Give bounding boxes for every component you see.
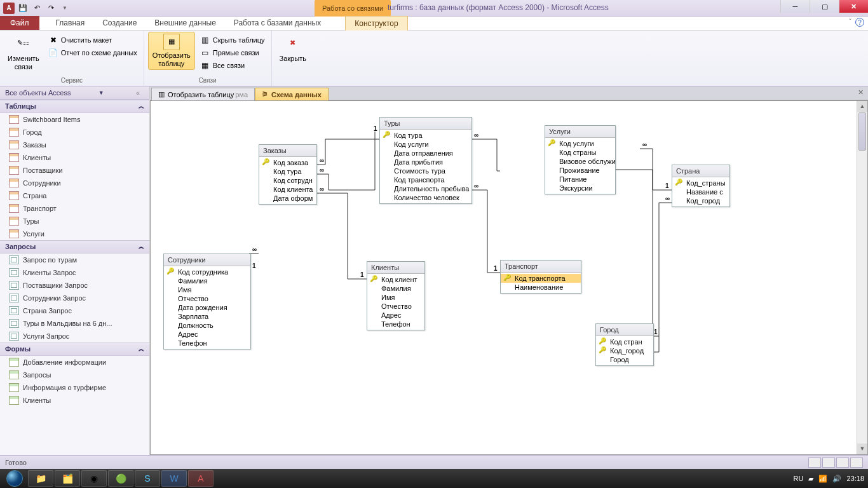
help-icon[interactable]: ? xyxy=(855,18,864,27)
taskbar-skype[interactable]: S xyxy=(135,470,160,487)
nav-item[interactable]: Клиенты xyxy=(0,394,149,407)
save-icon[interactable]: 💾 xyxy=(17,2,29,15)
table-title[interactable]: Транспорт xyxy=(501,261,581,273)
table-country[interactable]: СтранаКод_страныНазвание сКод_город xyxy=(672,165,730,207)
edit-relationships-button[interactable]: ✎⚏ Изменить связи xyxy=(4,32,43,72)
table-field[interactable]: Код тура xyxy=(259,167,316,176)
table-clients[interactable]: КлиентыКод клиентФамилияИмяОтчествоАдрес… xyxy=(367,261,425,330)
tray-lang[interactable]: RU xyxy=(794,475,804,482)
scroll-thumb[interactable] xyxy=(858,112,866,151)
table-field[interactable]: Код_страны xyxy=(672,179,729,187)
table-field[interactable]: Код сотрудника xyxy=(164,268,250,276)
nav-item[interactable]: Switchboard Items xyxy=(0,113,149,126)
table-field[interactable]: Код сотрудн xyxy=(259,176,316,185)
relationship-report-button[interactable]: 📄Отчет по схеме данных xyxy=(46,47,140,58)
tray-clock[interactable]: 23:18 xyxy=(846,475,864,482)
table-orders[interactable]: ЗаказыКод заказаКод тураКод сотруднКод к… xyxy=(259,144,317,205)
nav-item[interactable]: Клиенты Запрос xyxy=(0,266,149,279)
table-field[interactable]: Зарплата xyxy=(164,312,250,321)
table-field[interactable]: Имя xyxy=(367,293,424,302)
table-field[interactable]: Название с xyxy=(672,187,729,196)
view-btn-1[interactable] xyxy=(808,458,821,468)
start-button[interactable] xyxy=(3,469,27,488)
redo-icon[interactable]: ↷ xyxy=(44,2,57,15)
doc-tab-show-table[interactable]: ▥Отобразить таблицурма xyxy=(151,88,255,100)
taskbar-chrome[interactable]: 🟢 xyxy=(108,470,133,487)
taskbar-folder[interactable]: 🗂️ xyxy=(55,470,80,487)
close-design-button[interactable]: ✖ Закрыть xyxy=(276,32,310,64)
doc-tab-schema[interactable]: ⚞Схема данных xyxy=(255,88,329,100)
direct-relationships-button[interactable]: ▭Прямые связи xyxy=(198,47,268,58)
nav-header[interactable]: Все объекты Access ▼ « xyxy=(0,86,149,100)
nav-item[interactable]: Услуги xyxy=(0,227,149,240)
nav-item[interactable]: Сотрудники Запрос xyxy=(0,292,149,304)
table-field[interactable]: Код услуги xyxy=(545,139,615,148)
hide-table-button[interactable]: ▥Скрыть таблицу xyxy=(198,34,268,46)
view-btn-3[interactable] xyxy=(836,458,849,468)
table-field[interactable]: Код тура xyxy=(380,131,471,140)
clear-layout-button[interactable]: ✖Очистить макет xyxy=(46,34,140,46)
relationship-canvas[interactable]: 1 ∞ ∞ 1 ∞ ∞ 1 ∞ ∞ 1 1 ∞ 1 1 ∞ ∞ ТурыКод … xyxy=(150,100,868,455)
file-tab[interactable]: Файл xyxy=(0,16,39,30)
tray-volume-icon[interactable]: 🔊 xyxy=(832,475,841,483)
tab-design[interactable]: Конструктор xyxy=(345,16,407,30)
table-field[interactable]: Адрес xyxy=(164,330,250,339)
table-field[interactable]: Город xyxy=(596,355,653,364)
table-field[interactable]: Дата оформ xyxy=(259,194,316,203)
minimize-button[interactable]: ─ xyxy=(780,0,810,13)
table-field[interactable]: Код транспорта xyxy=(501,274,581,283)
table-field[interactable]: Код стран xyxy=(596,337,653,346)
nav-item[interactable]: Заказы xyxy=(0,139,149,151)
table-title[interactable]: Заказы xyxy=(259,145,316,157)
table-field[interactable]: Длительность пребыва xyxy=(380,184,471,193)
nav-item[interactable]: Клиенты xyxy=(0,151,149,164)
table-field[interactable]: Должность xyxy=(164,321,250,330)
tray-network-icon[interactable]: 📶 xyxy=(818,475,827,483)
table-field[interactable]: Код_город xyxy=(596,346,653,355)
nav-item[interactable]: Поставщики Запрос xyxy=(0,279,149,292)
table-title[interactable]: Страна xyxy=(672,165,729,177)
table-title[interactable]: Город xyxy=(596,324,653,336)
table-field[interactable]: Телефон xyxy=(164,339,250,348)
nav-item[interactable]: Добавление информации xyxy=(0,356,149,369)
table-field[interactable]: Наименование xyxy=(501,283,581,292)
table-city[interactable]: ГородКод странКод_городГород xyxy=(595,323,654,366)
qat-dropdown-icon[interactable]: ▼ xyxy=(58,2,71,15)
table-field[interactable]: Стоимость тура xyxy=(380,166,471,175)
table-field[interactable]: Проживание xyxy=(545,166,615,175)
table-field[interactable]: Телефон xyxy=(367,320,424,329)
nav-group-tables[interactable]: Таблицы︽ xyxy=(0,100,149,113)
table-field[interactable]: Дата рождения xyxy=(164,303,250,312)
table-field[interactable]: Код_город xyxy=(672,196,729,205)
nav-item[interactable]: Туры xyxy=(0,215,149,227)
table-field[interactable]: Количество человек xyxy=(380,193,471,202)
nav-item[interactable]: Сотрудники xyxy=(0,177,149,189)
nav-item[interactable]: Информация о турфирме xyxy=(0,381,149,394)
tab-create[interactable]: Создание xyxy=(93,16,146,30)
table-field[interactable]: Дата прибытия xyxy=(380,158,471,166)
app-icon[interactable]: A xyxy=(3,2,15,15)
scroll-up-icon[interactable]: ▲ xyxy=(857,101,867,112)
show-table-button[interactable]: ▦ Отобразить таблицу xyxy=(148,32,195,70)
nav-item[interactable]: Страна xyxy=(0,189,149,202)
table-title[interactable]: Клиенты xyxy=(367,262,424,274)
table-field[interactable]: Фамилия xyxy=(164,276,250,285)
view-btn-2[interactable] xyxy=(822,458,835,468)
table-field[interactable]: Отчество xyxy=(164,294,250,303)
table-field[interactable]: Экскурсии xyxy=(545,184,615,193)
view-switcher[interactable] xyxy=(808,458,863,468)
table-field[interactable]: Код клиента xyxy=(259,185,316,194)
taskbar-explorer[interactable]: 📁 xyxy=(28,470,53,487)
table-field[interactable]: Код страны xyxy=(545,148,615,157)
table-services[interactable]: УслугиКод услугиКод страныВизовое обслуж… xyxy=(545,125,616,194)
doc-tab-close-button[interactable]: ✕ xyxy=(855,88,865,98)
tab-home[interactable]: Главная xyxy=(47,16,94,30)
close-button[interactable]: ✕ xyxy=(839,0,868,13)
nav-search-icon[interactable]: « xyxy=(132,89,144,97)
nav-item[interactable]: Город xyxy=(0,126,149,139)
tray-flag-icon[interactable]: ▰ xyxy=(808,475,813,483)
nav-item[interactable]: Страна Запрос xyxy=(0,304,149,317)
table-field[interactable]: Код услуги xyxy=(380,140,471,149)
table-tours[interactable]: ТурыКод тураКод услугиДата отправленияДа… xyxy=(379,117,472,204)
nav-item[interactable]: Услуги Запрос xyxy=(0,330,149,342)
